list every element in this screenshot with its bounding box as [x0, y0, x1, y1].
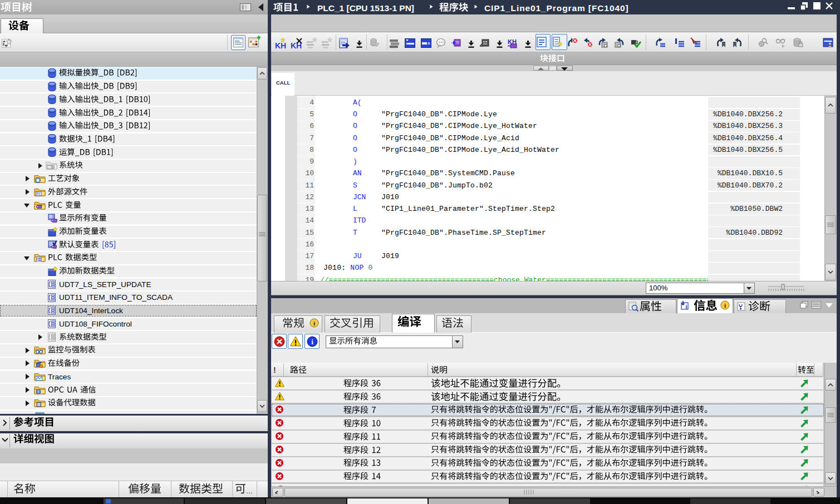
- svg-text:K: K: [291, 41, 296, 50]
- svg-text:i: i: [311, 338, 313, 346]
- svg-text:K: K: [275, 41, 281, 50]
- svg-text:i: i: [686, 304, 687, 310]
- svg-text:01: 01: [37, 192, 40, 195]
- svg-text:i: i: [724, 302, 726, 309]
- svg-text:H: H: [281, 41, 286, 50]
- svg-text:i: i: [313, 320, 315, 327]
